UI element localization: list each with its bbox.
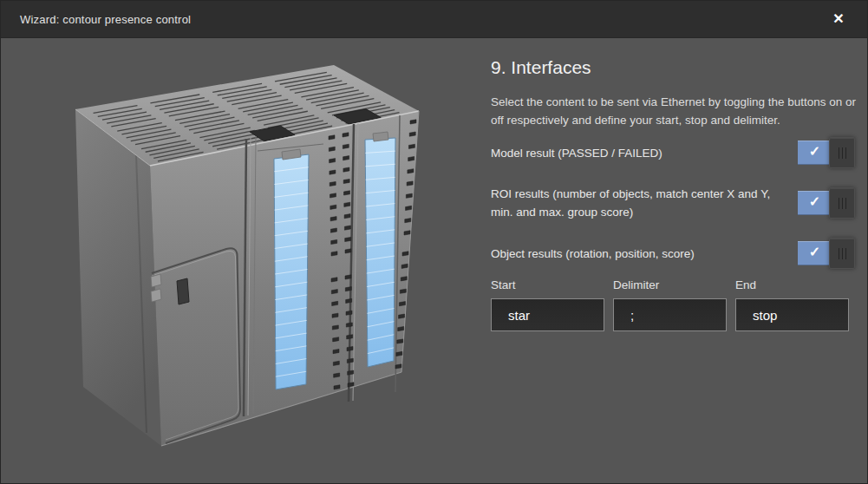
grip-lines-icon	[839, 198, 846, 209]
toggle-row-roi-results: ROI results (number of objects, match ce…	[491, 185, 855, 221]
plc-3d-illustration	[74, 62, 421, 450]
end-input[interactable]	[735, 298, 849, 331]
toggle-track-on: ✓	[798, 191, 832, 215]
titlebar: Wizard: contour presence control ✕	[1, 1, 867, 38]
step-heading: 9. Interfaces	[491, 56, 855, 79]
object-results-toggle[interactable]: ✓	[798, 238, 855, 269]
psu-door-clip	[151, 289, 161, 302]
toggle-track-on: ✓	[798, 141, 832, 165]
object-results-label: Object results (rotation, position, scor…	[491, 245, 695, 263]
end-label: End	[735, 278, 849, 291]
toggle-track-on: ✓	[798, 241, 832, 265]
psu-door-latch	[177, 278, 189, 304]
check-icon: ✓	[809, 195, 820, 209]
toggle-handle[interactable]	[829, 187, 855, 219]
toggle-handle[interactable]	[829, 137, 855, 168]
close-button[interactable]: ✕	[824, 6, 853, 32]
start-input[interactable]	[491, 298, 604, 331]
toggle-row-object-results: Object results (rotation, position, scor…	[491, 238, 855, 269]
field-labels-row: Start Delimiter End	[491, 278, 855, 291]
roi-results-toggle[interactable]: ✓	[798, 187, 855, 219]
check-icon: ✓	[809, 245, 820, 259]
toggle-row-model-result: Model result (PASSED / FAILED) ✓	[491, 137, 855, 168]
start-label: Start	[491, 278, 604, 291]
grip-lines-icon	[839, 147, 846, 159]
wizard-window: Wizard: contour presence control ✕	[0, 0, 868, 484]
close-icon: ✕	[832, 11, 844, 26]
model-result-toggle[interactable]: ✓	[798, 137, 855, 168]
toggle-handle[interactable]	[829, 238, 855, 269]
interfaces-panel: 9. Interfaces Select the content to be s…	[491, 37, 855, 331]
step-description: Select the content to be sent via Ethern…	[491, 93, 859, 129]
check-icon: ✓	[809, 145, 820, 159]
psu-door-clip	[151, 274, 161, 287]
window-title: Wizard: contour presence control	[1, 13, 191, 26]
delimiter-label: Delimiter	[613, 278, 727, 291]
fields-row	[491, 298, 855, 331]
grip-lines-icon	[839, 248, 846, 259]
model-result-label: Model result (PASSED / FAILED)	[491, 144, 662, 162]
delimiter-input[interactable]	[613, 298, 727, 331]
roi-results-label: ROI results (number of objects, match ce…	[491, 185, 793, 221]
